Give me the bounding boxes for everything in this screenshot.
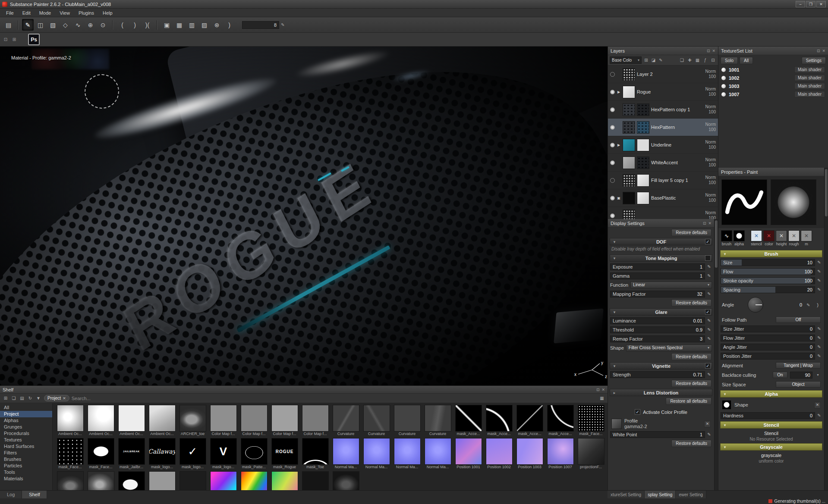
settings-tab[interactable]: splay Setting — [645, 491, 676, 498]
shelf-item[interactable]: JAILBREAK mask_Jailbr... — [116, 438, 146, 470]
edit-value-icon[interactable]: ✎ — [816, 260, 822, 265]
restore-defaults-button[interactable]: Restore defaults — [671, 353, 712, 360]
edit-value-icon[interactable]: ✎ — [816, 269, 822, 274]
project-filter-chip[interactable]: Project ✕ — [44, 395, 69, 401]
parameter-slider-row[interactable]: Threshold0.9 ✎ — [610, 326, 712, 334]
layer-row[interactable]: ▶ Rogue Norm 100 — [608, 83, 718, 101]
shelf-category[interactable]: Procedurals — [0, 430, 52, 437]
refresh-shelf-icon[interactable]: ↻ — [27, 395, 34, 402]
shelf-item[interactable]: Ambient Oc... — [55, 405, 85, 436]
shelf-item[interactable]: mask_Patte... — [239, 438, 269, 470]
filter-icon[interactable]: ▼ — [35, 395, 42, 402]
layer-thumbnail[interactable] — [623, 157, 635, 169]
shelf-item[interactable] — [86, 471, 116, 490]
vignette-section-header[interactable]: ▾ Vignette ✓ — [610, 362, 712, 369]
shelf-item[interactable]: Normal Ma... — [423, 438, 453, 470]
layer-row[interactable]: Layer 2 Norm 100 — [608, 66, 718, 83]
jitter-slider-row[interactable]: Angle Jitter0 ✎ — [721, 343, 822, 351]
tone-mapping-section-header[interactable]: ▾ Tone Mapping ✓ — [610, 254, 712, 262]
angle-dial[interactable] — [748, 297, 763, 313]
stencil-thumb[interactable]: ✕ — [751, 230, 762, 241]
shelf-item[interactable] — [147, 471, 177, 490]
bottom-tab[interactable]: Log — [0, 491, 22, 498]
layer-mask-thumbnail[interactable] — [637, 139, 649, 151]
edit-value-icon[interactable]: ✎ — [816, 287, 822, 292]
layer-thumbnail[interactable] — [623, 139, 635, 151]
main-shader-button[interactable]: Main shader — [794, 66, 825, 73]
photoshop-export-button[interactable]: Ps — [28, 34, 40, 45]
settings-tab[interactable]: xtureSet Setting — [608, 491, 645, 498]
layer-thumbnail[interactable] — [623, 103, 635, 116]
mapping-factor-row[interactable]: Mapping Factor32 ✎ — [610, 290, 712, 298]
restore-defaults-button[interactable]: Restore defaults — [671, 440, 712, 447]
function-select[interactable]: Linear▾ — [630, 282, 712, 288]
layer-row[interactable]: ▶ Underline Norm 100 — [608, 136, 718, 154]
follow-path-toggle[interactable]: Off — [776, 316, 821, 323]
parameter-slider-row[interactable]: Remap Factor3 ✎ — [610, 335, 712, 343]
dock-toggle-icon[interactable]: ⊡ — [2, 36, 9, 43]
jitter-slider-row[interactable]: Size Jitter0 ✎ — [721, 325, 822, 333]
shelf-category[interactable]: Tools — [0, 469, 52, 476]
close-panel-icon[interactable]: ✕ — [822, 49, 825, 53]
shelf-item[interactable] — [208, 471, 238, 490]
parameter-slider-row[interactable]: Luminance0.01 ✎ — [610, 316, 712, 325]
rough-channel-toggle[interactable]: ✕ — [788, 230, 800, 241]
restore-defaults-button[interactable]: Restore defaults — [671, 299, 712, 307]
dof-section-header[interactable]: ▾ DOF ✓ — [610, 238, 712, 245]
edit-value-icon[interactable]: ✎ — [706, 291, 712, 296]
maximize-button[interactable]: ❐ — [806, 1, 815, 7]
brush-section-header[interactable]: ▾ Brush — [720, 250, 822, 257]
shelf-item[interactable]: Curvature — [331, 405, 361, 436]
add-layer-icon[interactable]: ✚ — [686, 57, 693, 63]
float-panel-icon[interactable]: ⊡ — [817, 49, 820, 53]
menu-item[interactable]: Edit — [18, 9, 35, 16]
viewport-3d[interactable]: ROGUE Material - Profile: gamma2-2 x y z — [0, 47, 608, 385]
layer-visibility-toggle[interactable] — [610, 178, 615, 183]
falloff-curve-icon[interactable]: ) — [224, 19, 235, 31]
edit-value-icon[interactable]: ✎ — [806, 303, 811, 307]
shelf-item[interactable]: mask_Toe — [300, 438, 330, 470]
tone-mapping-enabled-checkbox[interactable]: ✓ — [705, 255, 711, 261]
projection-tool-icon[interactable]: ▧ — [47, 19, 59, 31]
stencil-section-header[interactable]: ▾ Stencil — [720, 421, 822, 429]
textureset-row[interactable]: 1007 Main shader — [718, 90, 828, 98]
layer-visibility-toggle[interactable] — [610, 107, 615, 112]
smudge-tool-icon[interactable]: ∿ — [72, 19, 84, 31]
brush-size-field[interactable]: 8 — [242, 21, 279, 29]
layer-thumbnail[interactable] — [623, 192, 635, 204]
lazy-mouse-icon[interactable]: ( — [116, 19, 128, 31]
edit-value-icon[interactable]: ✎ — [280, 22, 286, 27]
layer-visibility-toggle[interactable] — [610, 196, 615, 200]
shelf-item[interactable]: mask_Acce... — [484, 405, 514, 436]
bottom-tab[interactable]: Shelf — [22, 491, 47, 498]
shelf-item[interactable] — [300, 471, 330, 490]
dof-enabled-checkbox[interactable]: ✓ — [705, 239, 711, 244]
edit-value-icon[interactable]: ✎ — [816, 344, 822, 349]
shelf-category[interactable]: Materials — [0, 476, 52, 482]
layer-row[interactable]: HexPattern Norm 100 — [608, 119, 718, 136]
brush-slider-row[interactable]: Flow100 ✎ — [721, 267, 822, 275]
shelf-category[interactable]: Textures — [0, 437, 52, 443]
material-picker-tool-icon[interactable]: ⊙ — [97, 19, 109, 31]
edit-value-icon[interactable]: ✎ — [706, 372, 712, 377]
close-panel-icon[interactable]: ✕ — [601, 388, 605, 392]
main-shader-button[interactable]: Main shader — [794, 83, 825, 89]
main-shader-button[interactable]: Main shader — [794, 75, 825, 81]
shelf-item[interactable]: Color Map f... — [300, 405, 330, 436]
parameter-slider-row[interactable]: Exposure1 ✎ — [610, 263, 712, 271]
edit-value-icon[interactable]: ✎ — [816, 354, 822, 358]
clear-alpha-button[interactable]: ✕ — [814, 402, 821, 408]
layer-visibility-toggle[interactable] — [610, 213, 615, 218]
solo-button[interactable]: Solo — [721, 57, 738, 64]
edit-value-icon[interactable]: ✎ — [706, 318, 712, 323]
alignment-select[interactable]: Tangent | Wrap — [776, 362, 821, 369]
shelf-item[interactable]: Ambient Oc... — [116, 405, 146, 436]
jitter-slider-row[interactable]: Position Jitter0 ✎ — [721, 352, 822, 360]
metal-channel-toggle[interactable]: ✕ — [801, 230, 812, 241]
shelf-item[interactable]: Color Map f... — [239, 405, 269, 436]
layout-toggle-icon[interactable]: ⊞ — [11, 36, 18, 43]
layer-thumbnail[interactable] — [623, 68, 635, 81]
backface-toggle[interactable]: On — [773, 372, 787, 378]
stroke-opacity-icon[interactable]: ) — [129, 19, 141, 31]
layer-thumbnail[interactable] — [623, 86, 635, 98]
